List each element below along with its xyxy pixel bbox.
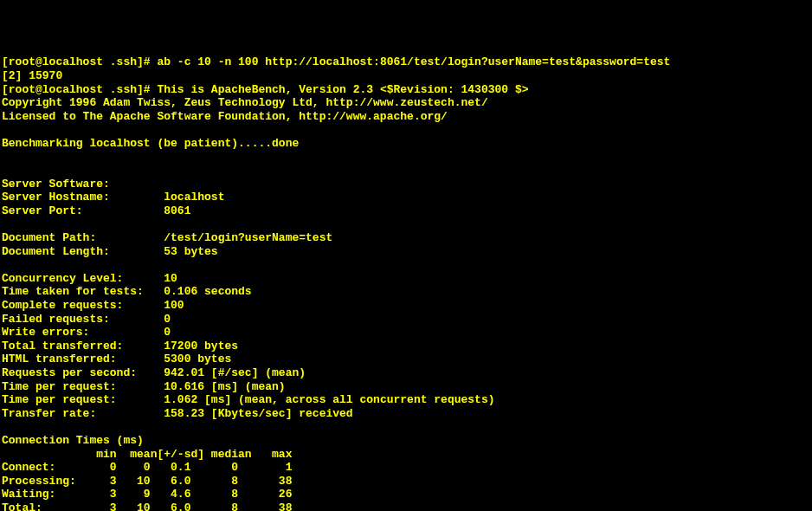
rps-label: Requests per second: xyxy=(2,366,137,379)
prompt: [root@localhost .ssh]# xyxy=(2,83,157,96)
command-text: ab -c 10 -n 100 http://localhost:8061/te… xyxy=(157,55,670,68)
server-hostname-value: localhost xyxy=(164,191,224,204)
document-path-label: Document Path: xyxy=(2,231,96,244)
html-transferred-label: HTML transferred: xyxy=(2,353,117,365)
time-taken-label: Time taken for tests: xyxy=(2,285,144,298)
time-taken-value: 0.106 seconds xyxy=(164,285,251,298)
transfer-rate-label: Transfer rate: xyxy=(2,407,96,420)
complete-requests-value: 100 xyxy=(164,299,184,312)
document-length-value: 53 bytes xyxy=(164,245,217,258)
html-transferred-value: 5300 bytes xyxy=(164,353,231,365)
server-port-value: 8061 xyxy=(164,204,190,217)
total-transferred-value: 17200 bytes xyxy=(164,340,238,353)
tpr-mean-value: 10.616 [ms] (mean) xyxy=(164,380,285,393)
document-length-label: Document Length: xyxy=(2,245,110,258)
prompt: [root@localhost .ssh]# xyxy=(2,55,157,68)
complete-requests-label: Complete requests: xyxy=(2,299,123,312)
total-transferred-label: Total transferred: xyxy=(2,340,123,353)
connection-connect-row: Connect: 0 0 0.1 0 1 xyxy=(2,461,292,474)
ab-header-license: Licensed to The Apache Software Foundati… xyxy=(2,110,448,123)
terminal-output[interactable]: [root@localhost .ssh]# ab -c 10 -n 100 h… xyxy=(2,55,810,511)
connection-times-header: Connection Times (ms) xyxy=(2,434,144,447)
connection-waiting-row: Waiting: 3 9 4.6 8 26 xyxy=(2,488,292,501)
tpr-concurrent-value: 1.062 [ms] (mean, across all concurrent … xyxy=(164,393,494,406)
failed-requests-value: 0 xyxy=(164,313,171,326)
write-errors-value: 0 xyxy=(164,326,171,339)
ab-header-copyright: Copyright 1996 Adam Twiss, Zeus Technolo… xyxy=(2,96,488,109)
ab-header-version: This is ApacheBench, Version 2.3 <$Revis… xyxy=(157,83,528,96)
failed-requests-label: Failed requests: xyxy=(2,313,110,326)
tpr-concurrent-label: Time per request: xyxy=(2,393,117,406)
benchmarking-line: Benchmarking localhost (be patient).....… xyxy=(2,137,299,150)
connection-processing-row: Processing: 3 10 6.0 8 38 xyxy=(2,475,292,488)
document-path-value: /test/login?userName=test xyxy=(164,231,332,244)
server-port-label: Server Port: xyxy=(2,204,83,217)
job-line: [2] 15970 xyxy=(2,69,62,82)
concurrency-level-label: Concurrency Level: xyxy=(2,272,123,285)
rps-value: 942.01 [#/sec] (mean) xyxy=(164,366,306,379)
connection-total-row: Total: 3 10 6.0 8 38 xyxy=(2,501,292,511)
write-errors-label: Write errors: xyxy=(2,326,89,339)
tpr-mean-label: Time per request: xyxy=(2,380,117,393)
transfer-rate-value: 158.23 [Kbytes/sec] received xyxy=(164,407,352,420)
connection-times-columns: min mean[+/-sd] median max xyxy=(2,448,292,461)
server-hostname-label: Server Hostname: xyxy=(2,191,110,204)
concurrency-level-value: 10 xyxy=(164,272,177,285)
server-software-label: Server Software: xyxy=(2,178,110,191)
